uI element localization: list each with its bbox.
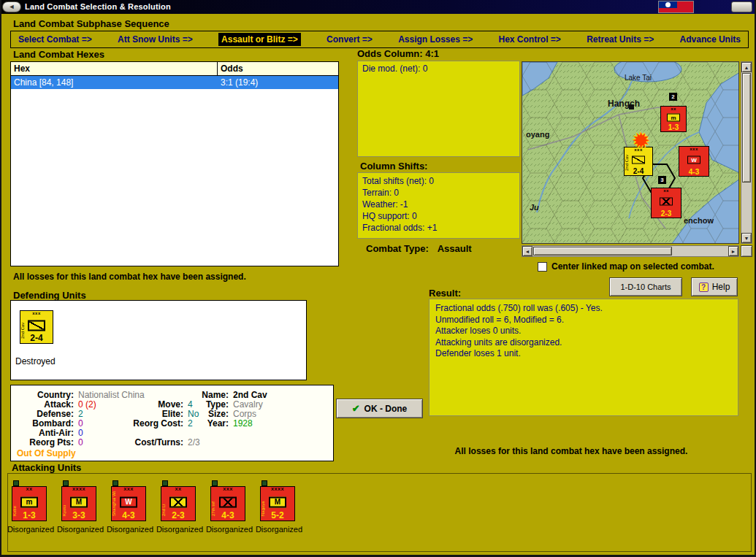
help-button[interactable]: ? Help <box>691 277 738 296</box>
land-combat-hexes-heading: Land Combat Hexes <box>13 49 104 60</box>
charts-button-label: 1-D-10 Charts <box>620 283 671 291</box>
cavalry-symbol <box>28 320 45 331</box>
unit-stats: 1-3 <box>12 511 46 520</box>
unit-status-label: Disorganized <box>155 525 205 534</box>
map-vertical-scrollbar[interactable]: ▲ ▼ <box>741 61 752 244</box>
warlord-symbol: W <box>687 156 700 164</box>
ok-done-button[interactable]: ✔ OK - Done <box>336 399 423 418</box>
combat-type-label: Combat Type: <box>366 243 429 254</box>
seq-step-convert: Convert => <box>327 34 373 45</box>
field-label: Defense: <box>17 409 74 419</box>
attacking-unit-counter[interactable]: XXX 27th Inf 4-3 <box>210 486 245 521</box>
map-unit-counter[interactable]: xx 2-3 <box>651 188 681 218</box>
field-label: Type: <box>188 399 229 410</box>
scroll-down-icon[interactable]: ▼ <box>741 233 752 243</box>
column-header-hex[interactable]: Hex <box>11 62 218 75</box>
center-map-checkbox[interactable] <box>538 262 547 272</box>
die-mod-text: Die mod. (net): 0 <box>362 64 515 74</box>
disorganized-marker-icon <box>212 480 218 486</box>
stack-count-marker: 3 <box>658 176 666 184</box>
vertical-scroll-thumb[interactable] <box>742 73 751 183</box>
disorganized-marker-icon <box>112 480 118 486</box>
unit-stats: 3-3 <box>62 511 96 520</box>
result-line: Attacker loses 0 units. <box>435 326 732 337</box>
unit-status-label: Disorganized <box>56 525 105 534</box>
seq-step-select-combat: Select Combat => <box>18 34 92 45</box>
unit-status-label: Disorganized <box>105 525 155 534</box>
window-title: Land Combat Selection & Resolution <box>25 2 171 11</box>
unit-stats: 5-2 <box>261 511 294 520</box>
disorganized-marker-icon <box>162 480 168 486</box>
title-bar[interactable]: ◄ Land Combat Selection & Resolution <box>0 0 756 14</box>
back-arrow-icon[interactable]: ◄ <box>2 1 21 12</box>
infantry-symbol <box>660 198 673 206</box>
map-unit-counter[interactable]: xxx W 4-3 <box>679 146 709 177</box>
result-line: Attacking units are disorganized. <box>435 337 732 349</box>
type-value: Cavalry <box>233 399 263 410</box>
defending-units-panel: xxx 2nd Cav 2-4 Destroyed <box>10 300 307 380</box>
shift-line: Terrain: 0 <box>362 187 515 199</box>
unit-size-label: xx <box>661 107 686 112</box>
disorganized-marker-icon <box>63 480 69 486</box>
shift-line: Fractional odds: +1 <box>362 222 515 234</box>
unit-stats: 1-3 <box>661 123 686 131</box>
losses-assigned-message: All losses for this land combat hex have… <box>396 446 747 456</box>
subphase-sequence-bar: Select Combat => Att Snow Units => Assau… <box>10 31 749 48</box>
scroll-right-icon[interactable]: ► <box>728 246 738 256</box>
combat-type-line: Combat Type:Assault <box>366 243 472 254</box>
cavalry-symbol <box>632 156 645 164</box>
seq-step-assault-or-blitz: Assault or Blitz => <box>218 33 301 46</box>
column-header-odds[interactable]: Odds <box>218 62 338 75</box>
map-unit-counter[interactable]: xx m 1-3 <box>660 106 687 132</box>
scroll-up-icon[interactable]: ▲ <box>741 62 752 72</box>
cost-turns-value: 2/3 <box>188 437 200 447</box>
attacking-unit-counter[interactable]: XXX Shanghai War W 4-3 <box>111 486 146 521</box>
map-horizontal-scrollbar[interactable]: ◄ ► <box>522 245 739 257</box>
scroll-left-icon[interactable]: ◄ <box>522 246 532 256</box>
unit-size-label: xxx <box>679 147 709 152</box>
field-label: Name: <box>188 390 229 400</box>
warlord-symbol: W <box>120 496 137 507</box>
table-header-row: Hex Odds <box>11 62 338 76</box>
combat-hexes-table: Hex Odds China [84, 148] 3:1 (19:4) <box>10 61 339 266</box>
center-map-checkbox-label: Center linked map on selected combat. <box>551 261 714 272</box>
cell-hex: China [84, 148] <box>11 76 218 89</box>
field-label: Reorg Pts: <box>17 437 74 447</box>
charts-button[interactable]: 1-D-10 Charts <box>609 277 682 296</box>
unit-stats: 2-3 <box>652 210 681 218</box>
field-label: Cost/Turns: <box>97 437 183 447</box>
name-value: 2nd Cav <box>233 390 267 400</box>
defending-unit-counter[interactable]: xxx 2nd Cav 2-4 <box>20 310 53 344</box>
country-value: Nationalist China <box>78 390 145 400</box>
militia-symbol: M <box>269 496 286 507</box>
unit-status-label: Disorganized <box>254 525 304 534</box>
field-label: Move: <box>97 399 183 410</box>
combat-type-value: Assault <box>438 243 472 254</box>
unit-status-label: Disorganized <box>6 525 56 534</box>
flag-sun-icon <box>665 2 671 7</box>
linked-map-viewport[interactable]: Lake Tai Hangch oyang Ju enchow 2 3 xx m… <box>522 61 739 244</box>
attacking-unit-counter[interactable]: XX 2nd Lt 2-3 <box>161 486 196 521</box>
unit-stats: 4-3 <box>679 168 709 176</box>
field-label: Anti-Air: <box>17 428 74 438</box>
window-control-button[interactable] <box>731 1 752 12</box>
unit-stats: 4-3 <box>112 511 145 520</box>
unit-stats: 2-4 <box>20 334 53 343</box>
seq-step-att-snow-units: Att Snow Units => <box>118 34 193 45</box>
defending-units-heading: Defending Units <box>13 290 86 301</box>
column-shifts-heading: Column Shifts: <box>360 161 427 172</box>
seq-step-retreat-units: Retreat Units => <box>587 34 654 45</box>
horizontal-scroll-thumb[interactable] <box>533 247 672 256</box>
losses-assigned-message: All losses for this land combat hex have… <box>13 272 246 282</box>
map-label-ju: Ju <box>530 203 539 212</box>
attacking-unit-counter[interactable]: XXXX Nagoya M 5-2 <box>260 486 295 521</box>
map-label-hangchow: Hangch <box>608 99 640 109</box>
attacking-unit-counter[interactable]: XXXX Kyoto M 3-3 <box>61 486 96 521</box>
result-panel: Fractional odds (.750) roll was (.605) -… <box>429 299 738 416</box>
result-line: Defender loses 1 unit. <box>435 348 732 360</box>
bombard-value: 0 <box>78 418 83 429</box>
field-label: Size: <box>188 409 229 419</box>
table-row[interactable]: China [84, 148] 3:1 (19:4) <box>11 76 338 89</box>
infantry-symbol <box>169 496 187 507</box>
attacking-unit-counter[interactable]: XX Kobe m 1-3 <box>12 486 47 521</box>
